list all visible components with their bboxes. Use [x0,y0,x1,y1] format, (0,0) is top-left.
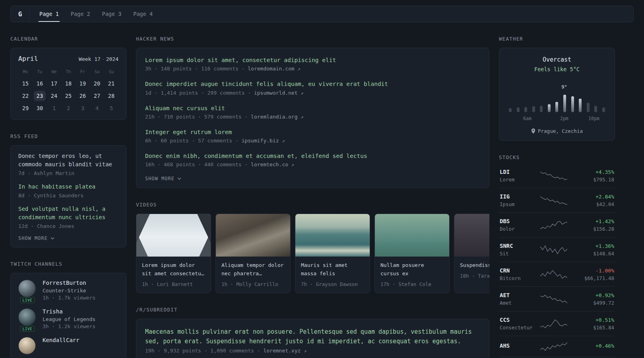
calendar-day: 30 [33,102,47,114]
video-card[interactable]: Aliquam tempor dolor nec pharetra… 1h · … [215,214,291,293]
stock-change: +0.92% [571,292,614,298]
twitch-channel-name: Trisha [43,308,95,315]
hackernews-item-title[interactable]: Integer eget rutrum lorem [145,128,480,136]
stock-sparkline [540,220,567,230]
stock-row: AET Amet +0.92% $499.72 [499,287,615,311]
twitch-card: LIVE ForrestBurton Counter-Strike 1h · 1… [10,273,126,358]
nav-tab[interactable]: Page 2 [70,6,91,22]
calendar-day: 28 [104,90,118,101]
calendar-day: 23 [33,90,47,101]
stock-name: Ipsum [500,201,536,207]
hackernews-item-domain: loremlandia.org [251,114,297,120]
external-link-icon: ↗ [301,114,303,120]
rss-item: Sed volutpat nulla nisl, a condimentum n… [18,205,118,229]
hackernews-item: Donec imperdiet augue tincidunt felis al… [145,80,480,95]
stock-symbol: DBS [500,218,536,224]
hackernews-item-title[interactable]: Donec enim nibh, condimentum et accumsan… [145,152,480,160]
calendar-day: 22 [18,90,33,101]
twitch-channel-viewers: 3h · 1.2k viewers [43,323,95,329]
calendar-month: April [18,55,38,62]
rss-show-more-button[interactable]: SHOW MORE [18,235,118,241]
twitch-channel-name: ForrestBurton [43,280,95,286]
external-link-icon: ↗ [301,90,303,96]
twitch-channel-row[interactable]: KendallCarr [18,337,118,354]
middle-column: HACKER NEWS Lorem ipsum dolor sit amet, … [136,36,489,358]
nav-tab[interactable]: Page 1 [39,6,60,22]
hackernews-item-domain-link[interactable]: loremdomain.com ↗ [248,66,300,72]
video-card[interactable]: Suspendiss diam 18h · Tara [454,214,489,293]
twitch-widget: TWITCH CHANNELS LIVE ForrestBurton Count… [10,261,126,358]
video-card[interactable]: Nullam posuere cursus ex 17h · Stefan Co… [374,214,450,293]
calendar-day-grid: 1516171819202122232425262728293012345 [18,78,118,114]
twitch-channel-list: LIVE ForrestBurton Counter-Strike 1h · 1… [18,280,118,354]
video-title[interactable]: Nullam posuere cursus ex [380,261,444,278]
weather-section-title: WEATHER [499,36,615,42]
video-title[interactable]: Mauris sit amet massa felis [301,261,364,278]
calendar-day: 25 [61,90,76,101]
subreddit-post-stats: 19h · 9,932 points · 1,090 comments · [145,348,263,354]
nav-tab-label: Page 4 [133,11,153,17]
nav-tab[interactable]: Page 4 [132,6,153,22]
video-thumbnail [216,214,290,257]
hackernews-item-meta: 21h · 710 points · 579 comments · loreml… [145,114,480,120]
chevron-down-icon [50,237,54,239]
stock-change: +0.46% [571,343,614,349]
twitch-channel-row[interactable]: LIVE Trisha League of Legends 3h · 1.2k … [18,308,118,329]
video-card[interactable]: Mauris sit amet massa felis 7h · Grayson… [295,214,370,293]
avatar [18,337,36,354]
subreddit-post-domain-link[interactable]: loremnet.xyz ↗ [263,348,306,354]
calendar-day: 4 [90,102,104,114]
stock-name: Dolor [500,226,536,232]
stock-values: +4.35% $795.18 [571,169,614,183]
rss-item: In hac habitasse platea 8d · Cynthia Sau… [18,183,118,198]
weather-bar [540,106,543,112]
stock-symbol: CCS [500,317,536,323]
nav-tab[interactable]: Page 3 [101,6,122,22]
show-more-label: SHOW MORE [145,176,175,181]
twitch-channel-row[interactable]: LIVE ForrestBurton Counter-Strike 1h · 1… [18,280,118,301]
video-card[interactable]: Lorem ipsum dolor sit amet consectetu… 1… [136,214,211,293]
hackernews-item-domain-link[interactable]: ipsumify.biz ↗ [242,138,285,144]
rss-item-title[interactable]: Sed volutpat nulla nisl, a condimentum n… [18,205,118,222]
rss-item-title[interactable]: In hac habitasse platea [18,183,118,191]
weather-location-label: Prague, Czechia [538,128,583,134]
page-tabs: Page 1Page 2Page 3Page 4 [30,6,153,22]
weather-bar [548,104,551,112]
calendar-header: April Week 17·2024 [18,55,118,62]
twitch-channel-info: ForrestBurton Counter-Strike 1h · 1.7k v… [43,280,95,301]
calendar-week-label: Week 17 [79,56,101,62]
stock-symbol: IIG [500,193,536,200]
stock-price: $66,171.48 [571,275,614,281]
stock-row: IIG Ipsum +2.84% $42.04 [499,188,615,213]
hackernews-item-stats: 6h · 60 points · 57 comments · [145,138,242,144]
app-logo[interactable]: G [11,6,30,22]
hackernews-show-more-button[interactable]: SHOW MORE [145,176,480,181]
rss-item: Donec tempor eros leo, ut commodo mauris… [18,152,118,176]
video-thumbnail [375,214,449,257]
video-title[interactable]: Lorem ipsum dolor sit amet consectetu… [142,261,205,278]
weather-feels-like: Feels like 5°C [506,66,607,72]
hackernews-item-title[interactable]: Lorem ipsum dolor sit amet, consectetur … [145,56,480,64]
stock-values: +0.46% [571,343,614,350]
stock-values: +0.51% $165.84 [571,317,614,331]
hackernews-item-domain-link[interactable]: ipsumworld.net ↗ [254,90,304,96]
hackernews-item-title[interactable]: Donec imperdiet augue tincidunt felis al… [145,80,480,88]
stocks-widget: STOCKS LDI Lorem +4.35% $795.18 IIG Ipsu… [499,154,615,357]
stock-row: SNRC Sit +1.36% $148.64 [499,237,615,262]
rss-item-title[interactable]: Donec tempor eros leo, ut commodo mauris… [18,152,118,169]
stock-id: AHS [500,342,536,350]
video-card-row: Lorem ipsum dolor sit amet consectetu… 1… [136,214,489,293]
live-badge: LIVE [20,297,35,303]
video-meta: 17h · Stefan Cole [380,281,444,287]
subreddit-post-title[interactable]: Maecenas mollis pulvinar erat non posuer… [145,327,480,346]
weather-card: Overcast Feels like 5°C 9° 6am2pm10pm Pr… [499,48,615,141]
calendar-year: 2024 [106,56,118,62]
hackernews-item-domain-link[interactable]: loremlandia.org ↗ [251,114,303,120]
stocks-section-title: STOCKS [499,154,615,160]
video-title[interactable]: Suspendiss diam [460,261,489,270]
hackernews-item-title[interactable]: Aliquam nec cursus elit [145,104,480,112]
calendar-day: 17 [47,78,61,89]
video-title[interactable]: Aliquam tempor dolor nec pharetra… [221,261,285,278]
hackernews-item-domain-link[interactable]: loremtech.co ↗ [251,161,294,167]
weather-location: Prague, Czechia [506,128,607,134]
